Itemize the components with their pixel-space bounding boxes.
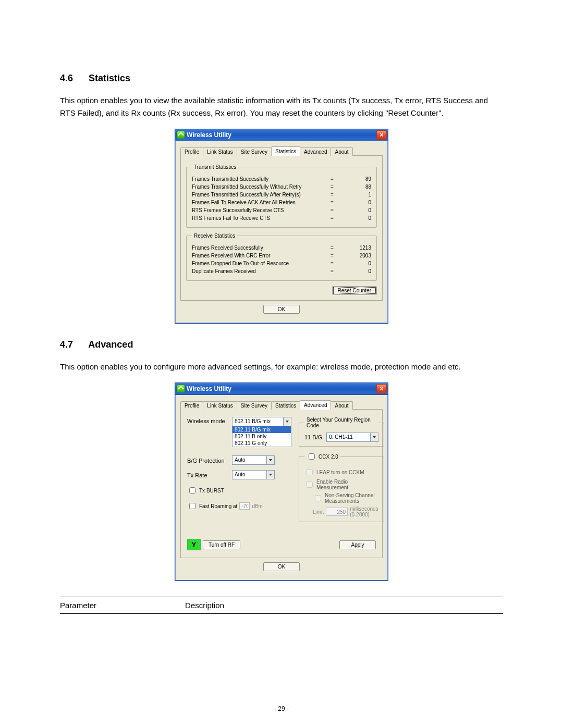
stat-row: RTS Frames Fail To Receive CTS=0	[192, 215, 371, 221]
apply-button[interactable]: Apply	[339, 540, 376, 549]
stat-value: 0	[340, 215, 371, 221]
equals-sign: =	[324, 184, 340, 190]
stat-label: Frames Transmitted Successfully Without …	[192, 184, 324, 190]
tab-site-survey[interactable]: Site Survey	[237, 147, 272, 156]
stat-label: Frames Received Successfully	[192, 245, 324, 251]
stat-row: Duplicate Frames Received=0	[192, 268, 371, 274]
window-title: Wireless Utility	[187, 385, 231, 392]
tab-profile[interactable]: Profile	[180, 147, 203, 156]
stat-label: Frames Fail To Receive ACK After All Ret…	[192, 200, 324, 205]
chevron-down-icon	[370, 433, 378, 441]
stat-value: 0	[340, 200, 371, 205]
ok-button[interactable]: OK	[263, 305, 300, 314]
chevron-down-icon	[266, 471, 274, 479]
bg-protection-combo[interactable]: Auto	[232, 455, 275, 465]
wireless-utility-dialog-advanced: Wireless Utility × Profile Link Status S…	[175, 382, 388, 581]
stat-label: Frames Received With CRC Error	[192, 253, 324, 258]
wireless-mode-value: 802.11 B/G mix	[232, 417, 283, 426]
label-band: 11 B/G	[304, 434, 322, 440]
checkbox-label: Non-Serving Channel Measurements	[325, 492, 378, 504]
section-paragraph-advanced: This option enables you to configure mor…	[60, 361, 503, 373]
wireless-utility-dialog-statistics: Wireless Utility × Profile Link Status S…	[175, 129, 388, 324]
unit-dbm: dBm	[252, 503, 263, 509]
tabpanel-advanced: Wireless mode 802.11 B/G mix 802.11 B/G …	[180, 409, 383, 558]
wireless-mode-combo[interactable]: 802.11 B/G mix	[232, 417, 291, 426]
section-paragraph-statistics: This option enables you to view the avai…	[60, 94, 503, 119]
tab-link-status[interactable]: Link Status	[203, 147, 237, 156]
limit-input	[326, 508, 348, 516]
nonserving-checkbox: Non-Serving Channel Measurements	[313, 492, 378, 504]
chevron-down-icon	[266, 456, 274, 464]
stat-label: RTS Frames Successfully Receive CTS	[192, 207, 324, 213]
fast-roaming-input[interactable]	[239, 502, 250, 510]
stat-row: Frames Received Successfully=1213	[192, 245, 371, 251]
close-icon[interactable]: ×	[376, 384, 387, 393]
checkbox-label: LEAP turn on CCKM	[316, 470, 364, 475]
stat-value: 88	[340, 184, 371, 190]
section-number: 4.6	[60, 73, 86, 84]
reset-counter-button[interactable]: Reset Counter	[332, 286, 377, 295]
window-title: Wireless Utility	[187, 131, 231, 139]
ccx-checkbox[interactable]: CCX 2.0	[307, 452, 338, 461]
equals-sign: =	[324, 245, 340, 251]
fast-roaming-checkbox[interactable]	[189, 503, 195, 509]
tx-rate-combo[interactable]: Auto	[232, 470, 275, 479]
section-heading-statistics: 4.6 Statistics	[60, 73, 503, 84]
tab-statistics[interactable]: Statistics	[271, 401, 300, 410]
groupbox-receive: Receive Statistics Frames Received Succe…	[186, 233, 377, 281]
country-combo[interactable]: 0: CH1-11	[326, 433, 378, 442]
titlebar: Wireless Utility ×	[175, 383, 388, 395]
tab-profile[interactable]: Profile	[180, 401, 203, 410]
checkbox-input[interactable]	[309, 453, 315, 460]
stat-value: 89	[340, 176, 371, 182]
stat-row: Frames Transmitted Successfully After Re…	[192, 192, 371, 198]
dropdown-option[interactable]: 802.11 G only	[232, 440, 291, 447]
stat-label: Frames Dropped Due To Out-of-Resource	[192, 261, 324, 266]
turn-off-rf-button[interactable]: Turn off RF	[203, 540, 240, 549]
equals-sign: =	[324, 253, 340, 258]
ok-button[interactable]: OK	[263, 562, 300, 571]
dropdown-option[interactable]: 802.11 B only	[232, 433, 291, 440]
stat-row: Frames Transmitted Successfully Without …	[192, 184, 371, 190]
stat-row: Frames Dropped Due To Out-of-Resource=0	[192, 261, 371, 266]
rf-icon: Y	[187, 539, 201, 550]
equals-sign: =	[324, 215, 340, 221]
tab-advanced[interactable]: Advanced	[300, 147, 331, 156]
stat-row: Frames Fail To Receive ACK After All Ret…	[192, 200, 371, 205]
checkbox-input	[315, 495, 321, 501]
tx-rate-value: Auto	[232, 471, 266, 479]
label-wireless-mode: Wireless mode	[187, 417, 232, 424]
tx-burst-checkbox[interactable]: Tx BURST	[187, 486, 291, 495]
tab-about[interactable]: About	[331, 147, 352, 156]
checkbox-label: CCX 2.0	[319, 454, 338, 460]
label-tx-rate: Tx Rate	[187, 471, 232, 478]
app-icon	[177, 131, 185, 139]
parameter-table: Parameter Description	[60, 597, 503, 614]
fast-roaming-label: Fast Roaming at	[199, 503, 237, 509]
equals-sign: =	[324, 200, 340, 205]
wireless-mode-dropdown-list: 802.11 B/G mix 802.11 B only 802.11 G on…	[232, 426, 291, 447]
dropdown-option[interactable]: 802.11 B/G mix	[232, 426, 291, 433]
tab-about[interactable]: About	[331, 401, 352, 410]
close-icon[interactable]: ×	[376, 130, 387, 140]
equals-sign: =	[324, 176, 340, 182]
section-heading-advanced: 4.7 Advanced	[60, 339, 503, 350]
stat-row: Frames Received With CRC Error=2003	[192, 253, 371, 258]
stat-value: 0	[340, 207, 371, 213]
tab-site-survey[interactable]: Site Survey	[237, 401, 272, 410]
stat-label: Duplicate Frames Received	[192, 268, 324, 274]
stat-value: 0	[340, 261, 371, 266]
checkbox-label: Enable Radio Measurement	[316, 479, 378, 490]
checkbox-input[interactable]	[189, 487, 195, 493]
stat-label: Frames Transmitted Successfully After Re…	[192, 192, 324, 198]
tab-link-status[interactable]: Link Status	[203, 401, 237, 410]
stat-label: RTS Frames Fail To Receive CTS	[192, 215, 324, 221]
label-bg-protection: B/G Protection	[187, 456, 232, 464]
tab-advanced[interactable]: Advanced	[300, 400, 331, 410]
tab-bar: Profile Link Status Site Survey Statisti…	[180, 146, 383, 156]
table-header-parameter: Parameter	[60, 597, 185, 614]
stat-value: 1213	[340, 245, 371, 251]
groupbox-ccx: CCX 2.0 LEAP turn on CCKM Enable Radio M…	[299, 452, 384, 522]
titlebar: Wireless Utility ×	[175, 129, 388, 141]
tab-statistics[interactable]: Statistics	[271, 146, 300, 156]
